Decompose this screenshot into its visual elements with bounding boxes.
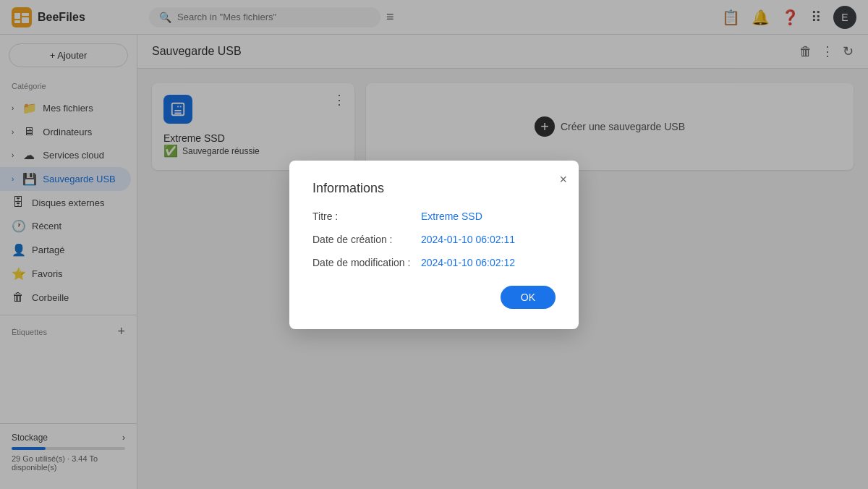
modal-label-modified: Date de modification : [312, 257, 421, 268]
modal-value-modified: 2024-01-10 06:02:12 [421, 257, 515, 268]
modal-row-modified: Date de modification : 2024-01-10 06:02:… [312, 257, 556, 268]
modal-row-created: Date de création : 2024-01-10 06:02:11 [312, 234, 556, 245]
modal-title: Informations [312, 181, 556, 196]
modal-row-title: Titre : Extreme SSD [312, 211, 556, 222]
modal-close-button[interactable]: × [559, 172, 567, 187]
ok-button[interactable]: OK [501, 286, 556, 309]
modal-overlay[interactable]: Informations × Titre : Extreme SSD Date … [0, 0, 868, 489]
modal-value-title: Extreme SSD [421, 211, 482, 222]
modal-value-created: 2024-01-10 06:02:11 [421, 234, 515, 245]
info-modal: Informations × Titre : Extreme SSD Date … [289, 161, 579, 329]
modal-label-created: Date de création : [312, 234, 421, 245]
modal-label-title: Titre : [312, 211, 421, 222]
modal-footer: OK [312, 286, 556, 309]
